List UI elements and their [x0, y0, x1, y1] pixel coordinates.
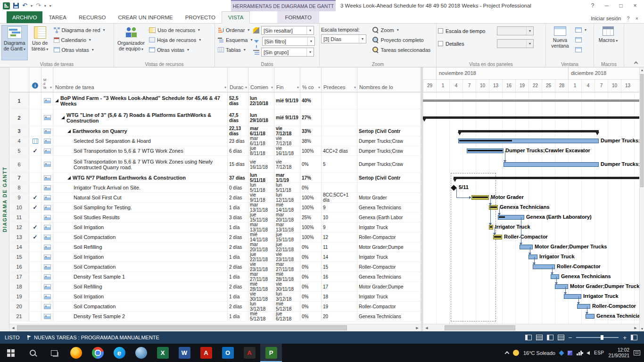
cell-nombres-5[interactable]: Dumper Trucks;Craw: [357, 146, 421, 156]
teams-icon[interactable]: [568, 351, 572, 355]
cell-num-14[interactable]: 14: [9, 242, 29, 252]
cell-pct-10[interactable]: 100%: [300, 203, 322, 213]
cell-nombres-21[interactable]: Genexa Technicians: [357, 312, 421, 321]
cell-num-2[interactable]: 2: [9, 109, 29, 126]
cell-nombres-12[interactable]: Irrigator Truck: [357, 222, 421, 232]
undo-button[interactable]: ↶: [22, 0, 27, 11]
cell-mode-15[interactable]: [41, 252, 53, 262]
cell-durac-7[interactable]: 37 días: [228, 173, 248, 183]
column-header-percent-complete[interactable]: % co▾: [300, 67, 322, 92]
cell-name-15[interactable]: Soil Irrigation: [53, 252, 228, 262]
macros-button[interactable]: Macros▾: [595, 25, 621, 60]
summary-task-bar[interactable]: [423, 116, 639, 119]
cell-nombres-13[interactable]: Roller-Compactor: [357, 232, 421, 242]
cell-durac-18[interactable]: 2 días: [228, 282, 248, 292]
cell-info-16[interactable]: [29, 262, 41, 272]
cell-info-12[interactable]: ✓: [29, 222, 41, 232]
cell-pred-16[interactable]: 15: [322, 262, 357, 272]
scrollbar-thumb[interactable]: [17, 325, 347, 330]
cell-comien-7[interactable]: lun 5/11/18: [248, 173, 274, 183]
weather-text[interactable]: 16°C Soleado: [523, 350, 555, 356]
column-header-finish[interactable]: Fin▾: [274, 67, 300, 92]
entire-project-button[interactable]: Proyecto completo: [371, 35, 435, 45]
taskbar-app-outlook[interactable]: [217, 344, 239, 362]
sort-button[interactable]: Ordenar▾: [216, 25, 252, 35]
cell-durac-5[interactable]: 6 días: [228, 146, 248, 156]
cell-mode-4[interactable]: [41, 136, 53, 146]
cell-num-10[interactable]: 10: [9, 203, 29, 213]
cell-name-12[interactable]: Soil Irrigation: [53, 222, 228, 232]
cell-pct-18[interactable]: 0%: [300, 282, 322, 292]
other-task-views-button[interactable]: Otras vistas▾: [52, 45, 112, 55]
cell-durac-8[interactable]: 0 días: [228, 183, 248, 193]
cell-name-20[interactable]: Soil Compactation: [53, 302, 228, 312]
cell-mode-6[interactable]: [41, 156, 53, 173]
cell-pred-5[interactable]: 4CC+2 días: [322, 146, 357, 156]
cell-mode-14[interactable]: [41, 242, 53, 252]
cell-mode-17[interactable]: [41, 272, 53, 282]
cell-pred-13[interactable]: 12: [322, 232, 357, 242]
task-usage-shortcut-button[interactable]: [536, 335, 543, 340]
cell-mode-12[interactable]: [41, 222, 53, 232]
cell-num-1[interactable]: 1: [9, 92, 29, 109]
cell-fin-10[interactable]: mié 14/11/18: [274, 203, 300, 213]
cell-fin-1[interactable]: mié 9/1/19: [274, 92, 300, 109]
zoom-slider[interactable]: [576, 337, 619, 338]
collapse-ribbon-button[interactable]: [632, 60, 640, 66]
cell-nombres-15[interactable]: Irrigator Truck: [357, 252, 421, 262]
other-resource-views-button[interactable]: Otras vistas▾: [148, 45, 212, 55]
cell-durac-10[interactable]: 1 día: [228, 203, 248, 213]
cell-durac-21[interactable]: 1 día: [228, 312, 248, 321]
taskbar-app-chrome[interactable]: [87, 344, 108, 362]
cell-durac-15[interactable]: 1 día: [228, 252, 248, 262]
cell-name-21[interactable]: Density Test Sample 2: [53, 312, 228, 321]
cell-mode-20[interactable]: [41, 302, 53, 312]
cell-durac-9[interactable]: 2 días: [228, 193, 248, 203]
cell-pred-9[interactable]: 8CC;5CC+1 día: [322, 193, 357, 203]
redo-button[interactable]: ↷: [36, 0, 41, 11]
calendar-view-button[interactable]: Calendario▾: [52, 35, 112, 45]
cell-pred-7[interactable]: [322, 173, 357, 183]
taskbar-app-blue-sphere[interactable]: [130, 344, 152, 362]
tab-formato[interactable]: FORMATO: [277, 11, 319, 23]
taskbar-app-word[interactable]: [173, 344, 195, 362]
cell-pct-17[interactable]: 0%: [300, 272, 322, 282]
cell-durac-16[interactable]: 2 días: [228, 262, 248, 272]
cell-pred-19[interactable]: 18: [322, 292, 357, 302]
cell-pct-1[interactable]: 40%: [300, 92, 322, 109]
cell-name-13[interactable]: Soil Compactation: [53, 232, 228, 242]
cell-pct-19[interactable]: 0%: [300, 292, 322, 302]
cell-info-10[interactable]: ✓: [29, 203, 41, 213]
cell-nombres-4[interactable]: Dumper Trucks;Craw: [357, 136, 421, 146]
cell-comien-12[interactable]: mar 13/11/18: [248, 222, 274, 232]
cell-num-5[interactable]: 5: [9, 146, 29, 156]
cell-mode-19[interactable]: [41, 292, 53, 302]
cell-mode-13[interactable]: [41, 232, 53, 242]
cell-info-2[interactable]: [29, 109, 41, 126]
new-tasks-mode-button[interactable]: NUEVAS TAREAS : PROGRAMADA MANUALMENTE: [34, 335, 159, 340]
cell-num-6[interactable]: 6: [9, 156, 29, 173]
cell-name-2[interactable]: WTG "Line of 3" (5,6 & 7) Roads & Platfo…: [53, 109, 228, 126]
cell-num-4[interactable]: 4: [9, 136, 29, 146]
cell-name-14[interactable]: Soil Refilling: [53, 242, 228, 252]
cell-pct-14[interactable]: 0%: [300, 242, 322, 252]
tables-button[interactable]: Tablas▾: [216, 45, 252, 55]
tab-crear-un-informe[interactable]: CREAR UN INFORME: [112, 11, 179, 23]
cell-durac-17[interactable]: 1 día: [228, 272, 248, 282]
cell-comien-1[interactable]: lun 22/10/18: [248, 92, 274, 109]
cell-pct-2[interactable]: 27%: [300, 109, 322, 126]
cell-nombres-17[interactable]: Genexa Technicians: [357, 272, 421, 282]
taskbar-app-edge[interactable]: [108, 344, 130, 362]
cell-nombres-8[interactable]: [357, 183, 421, 193]
cell-fin-15[interactable]: vie 23/11/18: [274, 252, 300, 262]
cell-fin-11[interactable]: mar 20/11/18: [274, 213, 300, 222]
start-button[interactable]: [0, 344, 22, 362]
cell-durac-1[interactable]: 52,5 días: [228, 92, 248, 109]
cell-durac-3[interactable]: 22,13 días: [228, 126, 248, 136]
cell-info-19[interactable]: [29, 292, 41, 302]
cell-mode-10[interactable]: [41, 203, 53, 213]
cell-num-20[interactable]: 20: [9, 302, 29, 312]
summary-task-bar[interactable]: [454, 177, 639, 179]
tab-archivo[interactable]: ARCHIVO: [7, 11, 42, 23]
task-bar[interactable]: [493, 235, 502, 239]
